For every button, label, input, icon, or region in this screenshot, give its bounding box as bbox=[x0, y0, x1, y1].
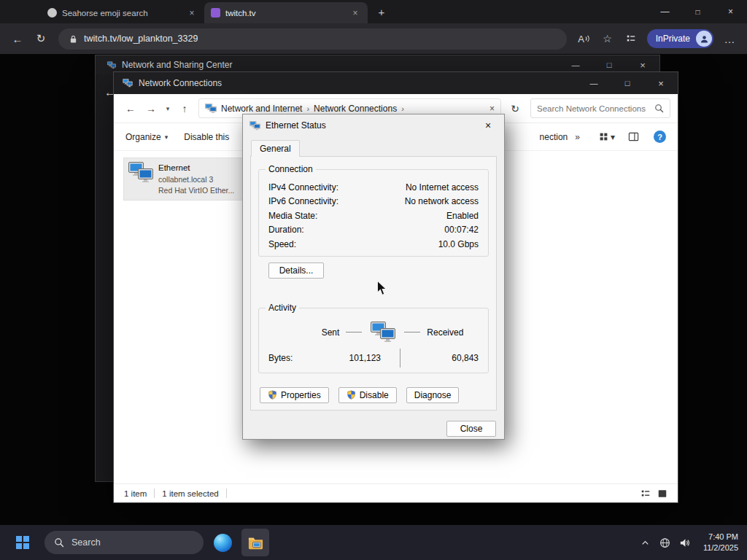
row-label: Speed: bbox=[268, 239, 296, 249]
explorer-search-box[interactable] bbox=[530, 98, 670, 118]
help-button[interactable]: ? bbox=[654, 131, 666, 143]
inprivate-badge[interactable]: InPrivate bbox=[647, 29, 713, 48]
row-label: Media State: bbox=[268, 211, 317, 221]
large-icons-view-button[interactable] bbox=[657, 489, 667, 499]
close-button[interactable]: Close bbox=[446, 421, 496, 437]
network-tray-icon[interactable] bbox=[659, 537, 670, 548]
volume-tray-icon[interactable] bbox=[679, 537, 690, 548]
bytes-row: Bytes: 101,123 60,843 bbox=[268, 351, 479, 365]
preview-pane-button[interactable] bbox=[628, 131, 639, 142]
nc-minimize-button[interactable]: — bbox=[577, 72, 611, 94]
status-item-count: 1 item bbox=[124, 489, 147, 498]
nc-title-bar[interactable]: Network Connections — □ × bbox=[114, 72, 678, 94]
received-label: Received bbox=[427, 327, 463, 338]
browser-minimize-button[interactable]: — bbox=[649, 0, 681, 23]
nav-up-button[interactable]: ↑ bbox=[175, 98, 194, 119]
received-bytes-value: 60,843 bbox=[400, 353, 479, 363]
breadcrumb-item-network-and-internet[interactable]: Network and Internet bbox=[221, 104, 302, 114]
address-clear-icon[interactable]: × bbox=[489, 104, 495, 114]
ethernet-connection-item[interactable]: Ethernet collabnet.local 3 Red Hat VirtI… bbox=[123, 158, 246, 201]
dialog-close-button[interactable]: × bbox=[472, 114, 504, 136]
network-connections-taskbar-icon[interactable] bbox=[241, 529, 269, 556]
change-view-button[interactable]: ▾ bbox=[599, 132, 615, 142]
taskbar: Search 7:40 PM 11/2/2025 bbox=[0, 525, 747, 560]
status-selected-count: 1 item selected bbox=[162, 489, 218, 498]
folder-icon bbox=[205, 104, 217, 114]
search-icon[interactable] bbox=[654, 104, 664, 113]
tab-seahorse-emoji-search[interactable]: Seahorse emoji search × bbox=[41, 2, 204, 23]
diagnose-button[interactable]: Diagnose bbox=[406, 387, 460, 403]
bytes-label: Bytes: bbox=[268, 353, 314, 363]
details-view-button[interactable] bbox=[640, 489, 651, 499]
uac-shield-icon bbox=[347, 390, 356, 400]
taskbar-search[interactable]: Search bbox=[44, 531, 204, 554]
window-title: Network Connections bbox=[139, 78, 222, 88]
connection-name: Ethernet bbox=[158, 162, 234, 174]
hidden-icons-chevron[interactable] bbox=[640, 537, 651, 548]
nav-back-button[interactable]: ← bbox=[121, 98, 140, 119]
connection-device: Red Hat VirtIO Ether... bbox=[158, 185, 234, 196]
overflow-chevrons-icon[interactable]: » bbox=[575, 132, 580, 142]
sent-bytes-value: 101,123 bbox=[314, 353, 381, 363]
divider bbox=[404, 332, 420, 332]
status-view-toggles bbox=[640, 489, 667, 499]
sent-label: Sent bbox=[322, 327, 340, 338]
disable-device-command[interactable]: Disable this bbox=[184, 132, 229, 142]
divider bbox=[226, 489, 227, 498]
edge-taskbar-icon[interactable] bbox=[209, 529, 236, 556]
refresh-button[interactable]: ↻ bbox=[31, 28, 51, 49]
url-text: twitch.tv/low_plankton_3329 bbox=[84, 34, 198, 44]
connection-row: Speed: 10.0 Gbps bbox=[268, 237, 479, 252]
browser-close-button[interactable]: × bbox=[714, 0, 747, 23]
new-tab-button[interactable]: + bbox=[372, 2, 391, 21]
clock-date: 11/2/2025 bbox=[703, 542, 738, 553]
profile-avatar[interactable] bbox=[696, 31, 712, 47]
lock-icon bbox=[69, 34, 78, 44]
collections-icon[interactable] bbox=[621, 28, 641, 49]
clock-time: 7:40 PM bbox=[703, 532, 738, 542]
explorer-status-bar: 1 item 1 item selected bbox=[114, 483, 678, 502]
row-value: 00:07:42 bbox=[444, 225, 479, 235]
dialog-title-bar[interactable]: Ethernet Status × bbox=[243, 114, 504, 136]
start-button[interactable] bbox=[9, 529, 36, 556]
nav-forward-button[interactable]: → bbox=[142, 98, 160, 119]
row-label: IPv6 Connectivity: bbox=[268, 196, 338, 206]
mouse-cursor bbox=[376, 280, 388, 296]
tab-twitch[interactable]: twitch.tv × bbox=[204, 2, 368, 23]
favorites-star-icon[interactable]: ☆ bbox=[597, 28, 618, 49]
browser-maximize-button[interactable]: □ bbox=[681, 0, 714, 23]
breadcrumb-chevron-icon[interactable]: › bbox=[306, 104, 309, 113]
connection-row: IPv4 Connectivity: No Internet access bbox=[268, 180, 479, 195]
organize-menu[interactable]: Organize ▾ bbox=[125, 132, 168, 142]
refresh-button[interactable]: ↻ bbox=[506, 98, 525, 119]
tab-close-icon[interactable]: × bbox=[186, 7, 198, 19]
read-aloud-icon[interactable]: A bbox=[574, 28, 595, 49]
nc-maximize-button[interactable]: □ bbox=[611, 72, 644, 94]
tab-title: Seahorse emoji search bbox=[62, 9, 181, 18]
back-button[interactable]: ← bbox=[7, 28, 28, 49]
dialog-action-buttons: Properties Disable Diagnose bbox=[260, 387, 496, 403]
disable-button[interactable]: Disable bbox=[338, 387, 397, 403]
details-button[interactable]: Details... bbox=[268, 262, 324, 279]
system-tray: 7:40 PM 11/2/2025 bbox=[640, 532, 738, 554]
nc-close-button[interactable]: × bbox=[644, 72, 678, 94]
dialog-title: Ethernet Status bbox=[266, 120, 326, 131]
url-bar[interactable]: twitch.tv/low_plankton_3329 bbox=[58, 28, 567, 50]
nav-history-dropdown-icon[interactable]: ▾ bbox=[162, 98, 174, 119]
divider bbox=[346, 332, 362, 332]
activity-group: Activity Sent Received Bytes: 101,123 60… bbox=[258, 308, 489, 373]
rename-connection-command-partial[interactable]: nection bbox=[540, 132, 568, 142]
more-menu-icon[interactable]: … bbox=[719, 28, 740, 49]
breadcrumb-chevron-icon[interactable]: › bbox=[401, 104, 404, 113]
tab-general[interactable]: General bbox=[251, 140, 300, 157]
tab-favicon bbox=[211, 8, 220, 18]
search-input[interactable] bbox=[537, 104, 654, 113]
breadcrumb-item-network-connections[interactable]: Network Connections bbox=[314, 104, 397, 114]
row-label: Duration: bbox=[268, 225, 304, 235]
row-value: No network access bbox=[405, 196, 479, 206]
tab-close-icon[interactable]: × bbox=[349, 7, 361, 19]
taskbar-clock[interactable]: 7:40 PM 11/2/2025 bbox=[703, 532, 738, 554]
properties-button[interactable]: Properties bbox=[260, 387, 329, 403]
connection-row: IPv6 Connectivity: No network access bbox=[268, 195, 479, 209]
window-icon bbox=[123, 79, 133, 88]
